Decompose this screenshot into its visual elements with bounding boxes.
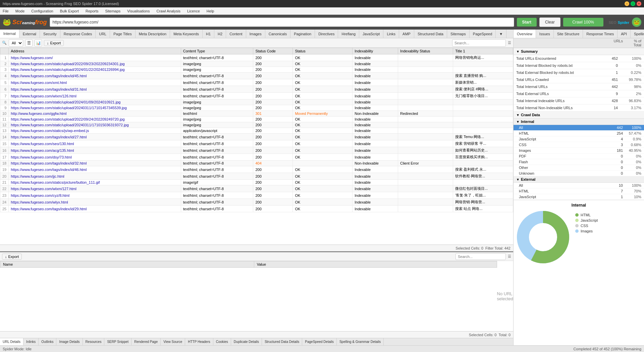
right-tab-overview[interactable]: Overview [514, 30, 536, 38]
table-row[interactable]: 13 https://www.fugeseo.com/statics/js/wp… [0, 128, 513, 134]
maximize-button[interactable]: □ [631, 1, 635, 6]
tab-links[interactable]: Links [383, 30, 399, 38]
bottom-tab-pagespeed-details[interactable]: PageSpeed Details [302, 338, 337, 345]
internal-data-row[interactable]: Unknown 0 0% [514, 171, 644, 176]
menu-item-licence[interactable]: Licence [186, 8, 201, 14]
list-view-button[interactable]: ☰ [25, 39, 33, 47]
internal-data-row[interactable]: Flash 0 0% [514, 159, 644, 165]
right-tab-site-structure[interactable]: Site Structure [554, 30, 583, 38]
internal-data-row[interactable]: JavaScript 4 0.9% [514, 136, 644, 142]
tab-content[interactable]: Content [226, 30, 246, 38]
right-tab-issues[interactable]: Issues [536, 30, 554, 38]
internal-data-row[interactable]: PDF 0 0% [514, 153, 644, 159]
menu-item-visualisations[interactable]: Visualisations [126, 8, 151, 14]
bottom-tab-structured-data-details[interactable]: Structured Data Details [262, 338, 302, 345]
tab-h1[interactable]: H1 [203, 30, 214, 38]
table-row[interactable]: 12 https://www.fugeseo.com/static/upload… [0, 122, 513, 128]
bottom-export-button[interactable]: ↓ Export [2, 254, 22, 260]
menu-item-mode[interactable]: Mode [14, 8, 26, 14]
filter-select[interactable]: All [9, 39, 23, 47]
table-row[interactable]: 21 https://www.fugeseo.com/statics/pictu… [0, 180, 513, 185]
col-content-type[interactable]: Content Type [181, 48, 253, 54]
bottom-tab-resources[interactable]: Resources [83, 338, 105, 345]
table-row[interactable]: 11 https://www.fugeseo.com/static/upload… [0, 117, 513, 122]
bottom-tab-url-details[interactable]: URL Details [0, 338, 23, 345]
tab-directives[interactable]: Directives [315, 30, 338, 38]
col-address[interactable]: Address [9, 48, 181, 54]
clear-button[interactable]: Clear [539, 17, 560, 27]
menu-item-crawl analysis[interactable]: Crawl Analysis [155, 8, 182, 14]
tab-response-codes[interactable]: Response Codes [60, 30, 96, 38]
tab-h2[interactable]: H2 [214, 30, 226, 38]
tab-meta-keywords[interactable]: Meta Keywords [170, 30, 203, 38]
menu-item-bulk export[interactable]: Bulk Export [59, 8, 80, 14]
col-title1[interactable]: Title 1 [453, 48, 513, 54]
menu-item-file[interactable]: File [1, 8, 10, 14]
tab-structured-data[interactable]: Structured Data [414, 30, 447, 38]
tab-page-titles[interactable]: Page Titles [110, 30, 135, 38]
col-indexability-status[interactable]: Indexability Status [398, 48, 453, 54]
tab-javascript[interactable]: JavaScript [359, 30, 383, 38]
menu-item-sitemaps[interactable]: Sitemaps [104, 8, 122, 14]
bottom-tab-outlinks[interactable]: Outlinks [39, 338, 56, 345]
col-status[interactable]: Status [293, 48, 353, 54]
external-data-row[interactable]: HTML 7 70% [514, 188, 644, 194]
tab-external[interactable]: External [19, 30, 40, 38]
table-row[interactable]: 23 https://www.fugeseo.com/cyz/8.html te… [0, 192, 513, 199]
table-row[interactable]: 8 https://www.fugeseo.com/static/upload/… [0, 99, 513, 105]
bottom-tab-rendered-page[interactable]: Rendered Page [131, 338, 161, 345]
right-tab-api[interactable]: API [618, 30, 631, 38]
col-indexability[interactable]: Indexability [353, 48, 398, 54]
tab-canonicals[interactable]: Canonicals [265, 30, 290, 38]
close-button[interactable]: × [637, 1, 641, 6]
minimize-button[interactable]: – [625, 1, 629, 6]
crawl-data-toggle[interactable]: ▼ [516, 113, 520, 117]
tab-hreflang[interactable]: Hreflang [338, 30, 359, 38]
table-row[interactable]: 2 https://www.fugeseo.com/static/upload/… [0, 61, 513, 67]
search-input[interactable] [452, 39, 506, 47]
bottom-tab-duplicate-details[interactable]: Duplicate Details [231, 338, 262, 345]
table-row[interactable]: 6 https://www.fugeseo.com/tags/index/id/… [0, 86, 513, 93]
menu-item-help[interactable]: Help [205, 8, 216, 14]
table-row[interactable]: 14 https://www.fugeseo.com/tags/index/id… [0, 134, 513, 140]
table-row[interactable]: 5 https://www.fugeseo.com/xmt.html text/… [0, 79, 513, 86]
external-data-row[interactable]: All 10 100% [514, 183, 644, 188]
right-tab-spelling-grammar[interactable]: Spelling & Grammar [631, 30, 644, 38]
tab-security[interactable]: Security [40, 30, 60, 38]
tab-amp[interactable]: AMP [399, 30, 414, 38]
internal-data-row[interactable]: HTML 254 57.47% [514, 131, 644, 136]
tab-pagespeed[interactable]: PageSpeed [470, 30, 496, 38]
table-row[interactable]: 1 https://www.fugeseo.com/ text/html; ch… [0, 54, 513, 61]
bottom-search-input[interactable] [455, 253, 506, 260]
tab-pagination[interactable]: Pagination [290, 30, 315, 38]
table-row[interactable]: 22 https://www.fugeseo.com/wlxm/127.html… [0, 185, 513, 192]
table-row[interactable]: 24 https://www.fugeseo.com/wlyx.html tex… [0, 199, 513, 206]
table-row[interactable]: 3 https://www.fugeseo.com/static/upload/… [0, 67, 513, 73]
table-row[interactable]: 19 https://www.fugeseo.com/tags/index/id… [0, 166, 513, 173]
menu-item-reports[interactable]: Reports [84, 8, 100, 14]
bottom-tab-image-details[interactable]: Image Details [56, 338, 83, 345]
table-row[interactable]: 10 http://www.fugeseo.com/ggfw.html text… [0, 111, 513, 117]
bottom-tab-cookies[interactable]: Cookies [213, 338, 231, 345]
col-status-code[interactable]: Status Code [253, 48, 293, 54]
external-data-row[interactable]: JavaScript 1 10% [514, 194, 644, 200]
table-row[interactable]: 25 https://www.fugeseo.com/tags/index/id… [0, 206, 513, 212]
internal-data-row[interactable]: Other 0 0% [514, 165, 644, 171]
table-row[interactable]: 7 https://www.fugeseo.com/wlxm/126.html … [0, 93, 513, 99]
internal-toggle[interactable]: ▼ [516, 120, 520, 124]
table-row[interactable]: 4 https://www.fugeseo.com/tags/index/id/… [0, 73, 513, 79]
table-row[interactable]: 17 https://www.fugeseo.com/dsy/73.html t… [0, 154, 513, 161]
bottom-tab-http-headers[interactable]: HTTP Headers [185, 338, 213, 345]
url-input[interactable] [50, 17, 514, 27]
bottom-tab-spelling-grammar-details[interactable]: Spelling & Grammar Details [337, 338, 384, 345]
tab-images[interactable]: Images [246, 30, 265, 38]
table-row[interactable]: 9 https://www.fugeseo.com/static/upload/… [0, 105, 513, 111]
summary-toggle[interactable]: ▼ [516, 50, 520, 53]
bottom-tab-view-source[interactable]: View Source [161, 338, 185, 345]
table-row[interactable]: 15 https://www.fugeseo.com/seo/130.html … [0, 140, 513, 147]
bottom-tab-serp-snippet[interactable]: SERP Snippet [104, 338, 131, 345]
chart-view-button[interactable]: 📊 [35, 39, 42, 47]
bottom-filter-icon[interactable]: ☰ [508, 254, 511, 259]
internal-data-row[interactable]: Images 181 40.95% [514, 148, 644, 153]
internal-data-row[interactable]: CSS 3 0.68% [514, 142, 644, 148]
